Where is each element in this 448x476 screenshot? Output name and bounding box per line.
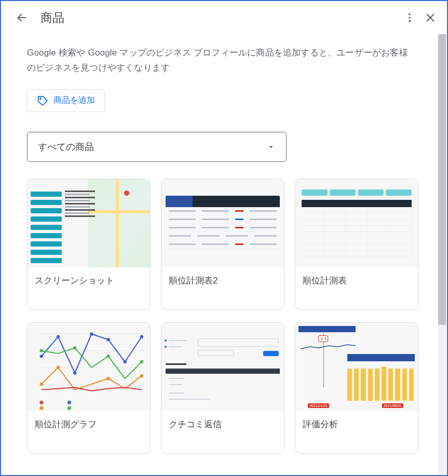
svg-point-15 [106, 338, 110, 341]
chart-icon [28, 323, 150, 411]
scrollbar-thumb[interactable] [438, 34, 446, 325]
add-product-button[interactable]: 商品を追加 [27, 89, 105, 112]
svg-point-12 [57, 335, 60, 338]
tag-icon [37, 95, 48, 106]
vertical-scrollbar[interactable] [438, 34, 446, 474]
back-button[interactable] [11, 7, 32, 28]
product-title: 順位計測グラフ [28, 411, 150, 453]
product-thumbnail [161, 323, 284, 411]
svg-rect-28 [40, 406, 43, 410]
svg-rect-26 [40, 401, 43, 404]
more-vert-icon [404, 12, 415, 23]
product-thumbnail [161, 179, 284, 267]
svg-rect-29 [67, 406, 71, 410]
svg-point-3 [409, 20, 411, 22]
svg-point-22 [40, 349, 43, 352]
svg-point-1 [409, 13, 411, 16]
product-filter-dropdown[interactable]: すべての商品 [27, 132, 287, 162]
product-card[interactable]: 順位計測表2 [161, 179, 284, 310]
product-thumbnail [28, 323, 150, 411]
svg-rect-27 [67, 401, 71, 404]
product-card[interactable]: 順位計測グラフ [27, 322, 151, 454]
svg-point-2 [409, 17, 411, 19]
svg-point-21 [140, 374, 143, 377]
svg-point-18 [40, 383, 43, 386]
product-card[interactable]: 順位計測表 [295, 179, 418, 310]
close-icon [425, 12, 436, 23]
product-card[interactable]: 4.3 2021/01/01 2021/08/01 評価分析 [295, 322, 418, 454]
scroll-area: Google 検索や Google マップのビジネス プロフィールに商品を追加す… [2, 34, 438, 474]
svg-point-19 [57, 365, 60, 369]
svg-point-17 [140, 335, 143, 338]
product-thumbnail [295, 179, 418, 267]
more-button[interactable] [399, 7, 420, 28]
add-product-label: 商品を追加 [53, 95, 95, 106]
svg-point-14 [90, 332, 93, 335]
product-grid: スクリーンショット 順位計測表2 [27, 179, 413, 454]
svg-point-25 [140, 360, 143, 363]
page-title: 商品 [40, 10, 64, 26]
product-card[interactable]: クチコミ返信 [161, 322, 284, 454]
svg-point-6 [40, 98, 41, 99]
svg-point-11 [40, 355, 43, 358]
svg-point-23 [73, 346, 76, 349]
product-title: 順位計測表2 [161, 267, 284, 309]
product-card[interactable]: スクリーンショット [27, 179, 151, 310]
svg-point-20 [106, 377, 110, 380]
product-title: クチコミ返信 [161, 411, 284, 453]
product-thumbnail: 4.3 2021/01/01 2021/08/01 [295, 323, 418, 411]
app-bar: 商品 [1, 1, 447, 34]
product-title: 評価分析 [295, 411, 418, 453]
dropdown-selected-label: すべての商品 [38, 141, 94, 153]
product-title: スクリーンショット [28, 267, 150, 309]
svg-point-13 [73, 371, 76, 374]
arrow-left-icon [16, 12, 28, 23]
svg-point-16 [123, 360, 126, 363]
product-thumbnail [28, 179, 150, 267]
content: Google 検索や Google マップのビジネス プロフィールに商品を追加す… [2, 34, 438, 454]
product-title: 順位計測表 [295, 267, 418, 309]
close-button[interactable] [420, 7, 441, 28]
intro-text: Google 検索や Google マップのビジネス プロフィールに商品を追加す… [27, 46, 413, 76]
svg-point-24 [106, 355, 110, 358]
caret-down-icon [266, 142, 276, 152]
